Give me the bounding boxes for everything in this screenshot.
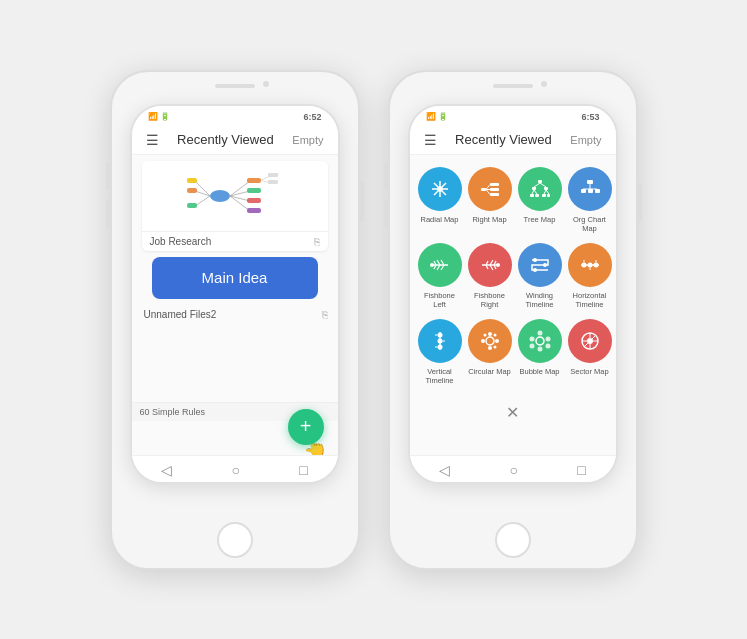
speaker-left	[215, 84, 255, 88]
content-left: Job Research ⎘ Main Idea Unnamed Files2 …	[132, 155, 338, 455]
svg-rect-37	[544, 187, 548, 190]
svg-point-81	[437, 332, 442, 337]
template-item-1[interactable]: Right Map	[468, 167, 512, 233]
svg-point-91	[481, 339, 485, 343]
volume-up-button-right[interactable]	[384, 162, 388, 190]
svg-rect-14	[187, 203, 197, 208]
fab-add-button[interactable]: +	[288, 409, 324, 445]
svg-rect-41	[547, 194, 550, 197]
empty-button-right[interactable]: Empty	[570, 134, 601, 146]
svg-point-19	[437, 186, 443, 192]
template-item-4[interactable]: Fishbone Left	[418, 243, 462, 309]
menu-icon-right[interactable]: ☰	[424, 132, 437, 148]
svg-rect-13	[187, 188, 197, 193]
template-label-11: Sector Map	[570, 367, 608, 376]
template-item-11[interactable]: Sector Map	[568, 319, 612, 385]
svg-rect-28	[481, 188, 486, 191]
bottom-nav-left: ◁ ○ □	[132, 455, 338, 482]
svg-rect-8	[247, 178, 261, 183]
svg-point-0	[210, 190, 230, 202]
svg-point-75	[587, 262, 592, 267]
header-title-left: Recently Viewed	[177, 132, 274, 147]
template-item-3[interactable]: Org Chart Map	[568, 167, 612, 233]
template-item-10[interactable]: Bubble Map	[518, 319, 562, 385]
svg-point-55	[430, 263, 434, 267]
svg-point-100	[529, 343, 534, 348]
template-label-7: Horizontal Timeline	[568, 291, 612, 309]
svg-line-26	[442, 183, 446, 187]
svg-point-90	[488, 346, 492, 350]
template-label-0: Radial Map	[421, 215, 459, 224]
camera-left	[263, 81, 269, 87]
template-icon-7	[568, 243, 612, 287]
home-physical-left[interactable]	[217, 522, 253, 558]
template-item-7[interactable]: Horizontal Timeline	[568, 243, 612, 309]
header-title-right: Recently Viewed	[455, 132, 552, 147]
time-right: 6:53	[581, 112, 599, 122]
main-idea-card[interactable]: Main Idea	[152, 257, 318, 299]
phone-left: 📶 🔋 6:52 ☰ Recently Viewed Empty	[110, 70, 360, 570]
template-item-2[interactable]: Tree Map	[518, 167, 562, 233]
svg-point-89	[495, 339, 499, 343]
template-icon-10	[518, 319, 562, 363]
template-item-0[interactable]: Radial Map	[418, 167, 462, 233]
svg-rect-17	[268, 173, 278, 177]
phones-container: 📶 🔋 6:52 ☰ Recently Viewed Empty	[90, 50, 658, 590]
svg-point-92	[493, 333, 496, 336]
svg-line-42	[534, 183, 540, 187]
file-item-1[interactable]: Job Research ⎘	[142, 161, 328, 251]
svg-rect-9	[247, 188, 261, 193]
template-label-5: Fishbone Right	[468, 291, 512, 309]
back-button-left[interactable]: ◁	[161, 462, 172, 478]
power-button-right[interactable]	[638, 182, 642, 222]
template-label-3: Org Chart Map	[568, 215, 612, 233]
content-right: Radial MapRight MapTree MapOrg Chart Map…	[410, 155, 616, 455]
template-item-5[interactable]: Fishbone Right	[468, 243, 512, 309]
copy-icon-2[interactable]: ⎘	[322, 309, 328, 320]
recent-button-right[interactable]: □	[577, 462, 585, 478]
camera-right	[541, 81, 547, 87]
close-button[interactable]: ✕	[410, 397, 616, 428]
template-item-9[interactable]: Circular Map	[468, 319, 512, 385]
menu-icon-left[interactable]: ☰	[146, 132, 159, 148]
close-icon: ✕	[506, 403, 519, 422]
phone-screen-left: 📶 🔋 6:52 ☰ Recently Viewed Empty	[130, 104, 340, 484]
home-button-left[interactable]: ○	[232, 462, 240, 478]
svg-point-70	[533, 258, 537, 262]
svg-point-71	[543, 263, 547, 267]
svg-line-44	[532, 190, 534, 194]
svg-point-74	[581, 262, 586, 267]
volume-down-button[interactable]	[106, 200, 110, 228]
header-right: ☰ Recently Viewed Empty	[410, 126, 616, 155]
svg-rect-10	[247, 198, 261, 203]
svg-point-76	[593, 262, 598, 267]
time-left: 6:52	[303, 112, 321, 122]
template-icon-2	[518, 167, 562, 211]
home-button-right[interactable]: ○	[510, 462, 518, 478]
svg-rect-38	[530, 194, 534, 197]
volume-down-button-right[interactable]	[384, 200, 388, 228]
template-icon-0	[418, 167, 462, 211]
empty-button-left[interactable]: Empty	[292, 134, 323, 146]
recent-button-left[interactable]: □	[299, 462, 307, 478]
template-icon-3	[568, 167, 612, 211]
mindmap-svg	[142, 161, 328, 231]
svg-point-96	[537, 330, 542, 335]
svg-line-108	[592, 335, 596, 339]
template-item-6[interactable]: Winding Timeline	[518, 243, 562, 309]
signal-status: 📶 🔋	[148, 112, 170, 121]
status-bar-right: 📶 🔋 6:53	[410, 106, 616, 126]
svg-point-63	[496, 263, 500, 267]
template-icon-4	[418, 243, 462, 287]
file-thumbnail-1	[142, 161, 328, 231]
template-icon-8	[418, 319, 462, 363]
svg-line-46	[544, 190, 546, 194]
template-item-8[interactable]: Vertical Timeline	[418, 319, 462, 385]
volume-up-button[interactable]	[106, 162, 110, 190]
copy-icon-1[interactable]: ⎘	[314, 236, 320, 247]
back-button-right[interactable]: ◁	[439, 462, 450, 478]
power-button-left[interactable]	[360, 182, 364, 222]
svg-rect-31	[490, 193, 499, 196]
svg-rect-39	[535, 194, 539, 197]
home-physical-right[interactable]	[495, 522, 531, 558]
